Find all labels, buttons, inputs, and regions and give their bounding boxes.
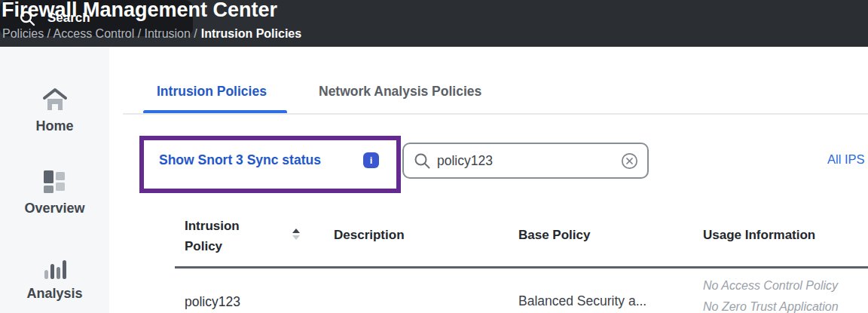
firewall-management-center-window: Firewall Management Center Policies / Ac… [0,0,868,313]
tabs-separator [123,113,868,115]
sort-icon[interactable] [292,229,300,240]
breadcrumb: Policies / Access Control / Intrusion /I… [2,27,301,41]
usage-line: No Zero Trust Application [703,296,839,313]
column-header-usage-information[interactable]: Usage Information [703,228,815,243]
column-header-description[interactable]: Description [334,228,405,243]
sidebar-item-label: Analysis [0,286,109,302]
sidebar-item-label: Overview [0,201,109,216]
sidebar-item-analysis[interactable]: Analysis [0,255,109,302]
sort-asc-arrow-icon [292,229,300,233]
show-snort3-sync-status-link[interactable]: Show Snort 3 Sync status [159,152,321,168]
sidebar-nav: Home Overview An [0,47,109,313]
sidebar-item-overview[interactable]: Overview [0,170,109,216]
bar-chart-icon [41,255,69,283]
dashboard-icon [42,170,68,198]
breadcrumb-path[interactable]: Policies / Access Control / Intrusion / [2,27,197,40]
page-title: Firewall Management Center [2,0,277,22]
sidebar-item-label: Home [0,118,109,134]
sidebar-item-home[interactable]: Home [0,87,109,134]
clear-search-button[interactable] [621,152,638,170]
policy-name-cell: policy123 [185,294,240,310]
policy-filter-input[interactable] [437,153,615,169]
home-icon [41,87,69,115]
clear-circle-x-icon [621,152,638,170]
breadcrumb-current: Intrusion Policies [201,27,301,40]
top-header: Firewall Management Center Policies / Ac… [0,0,868,47]
sort-desc-arrow-icon [292,235,300,240]
tab-intrusion-policies[interactable]: Intrusion Policies [157,84,267,100]
policy-filter-field [402,143,649,179]
tab-network-analysis-policies[interactable]: Network Analysis Policies [319,84,481,100]
usage-line: No Access Control Policy [703,275,839,296]
column-header-intrusion-policy[interactable]: Intrusion Policy [185,216,269,256]
column-header-base-policy[interactable]: Base Policy [518,228,590,243]
usage-information-cell: No Access Control Policy No Zero Trust A… [703,275,839,313]
all-ips-link[interactable]: All IPS [827,152,868,167]
base-policy-cell: Balanced Security a... [518,293,646,309]
search-icon [413,152,431,170]
info-icon[interactable]: i [363,152,379,168]
table-header-divider [175,266,868,269]
